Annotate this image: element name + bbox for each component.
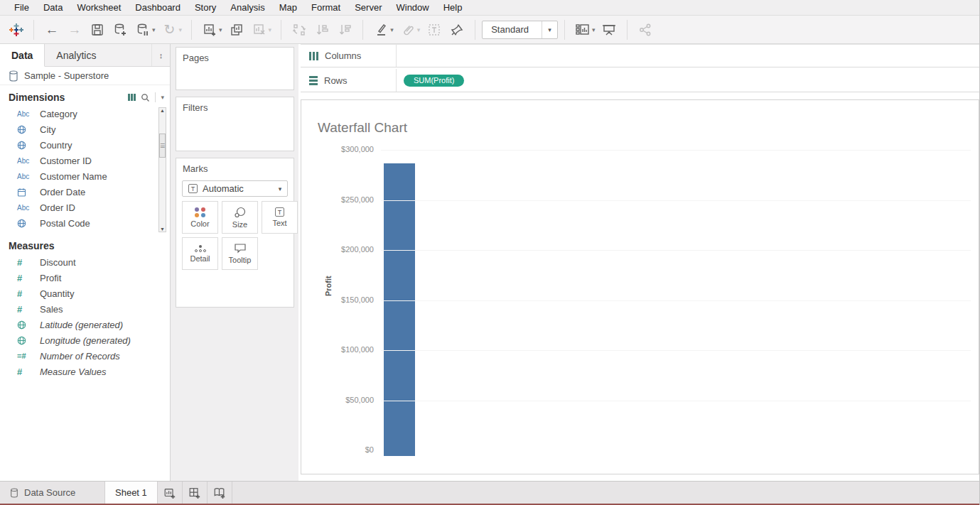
chevron-down-icon[interactable]: ▾: [592, 26, 596, 33]
bar-sum-profit[interactable]: [384, 163, 415, 456]
menu-item-story[interactable]: Story: [188, 2, 223, 13]
toolbar: ← → ▾ ↻ ▾ ▾: [0, 16, 979, 44]
pane-updown-icon[interactable]: ↕: [151, 44, 170, 66]
group-members-button[interactable]: ▾: [397, 20, 424, 40]
scroll-up-icon[interactable]: ▲: [160, 108, 165, 113]
swap-rows-columns-button[interactable]: [288, 20, 311, 40]
menu-item-server[interactable]: Server: [348, 2, 389, 13]
field-longitude[interactable]: Longitude (generated): [0, 332, 170, 348]
equals-hash-icon: =#: [17, 352, 40, 360]
share-icon: [637, 21, 654, 38]
abc-icon: Abc: [17, 157, 40, 165]
sheet-tab-sheet1[interactable]: Sheet 1: [105, 482, 158, 504]
field-customer-name[interactable]: AbcCustomer Name: [0, 168, 170, 184]
new-worksheet-button[interactable]: ▾: [198, 20, 225, 40]
y-tick-label: $250,000: [341, 195, 374, 204]
field-latitude[interactable]: Latitude (generated): [0, 317, 170, 332]
menu-item-worksheet[interactable]: Worksheet: [70, 2, 128, 13]
tooltip-button[interactable]: Tooltip: [222, 237, 258, 270]
text-button[interactable]: T Text: [262, 201, 298, 234]
filters-card[interactable]: Filters: [176, 97, 294, 151]
color-button[interactable]: Color: [182, 201, 218, 234]
field-sales[interactable]: #Sales: [0, 301, 170, 317]
pill-sum-profit[interactable]: SUM(Profit): [404, 75, 464, 87]
pause-auto-updates-button[interactable]: ▾: [131, 20, 158, 40]
field-number-of-records[interactable]: =#Number of Records: [0, 348, 170, 364]
gridline: [381, 350, 971, 351]
refresh-button[interactable]: ↻ ▾: [158, 20, 185, 40]
menu-item-file[interactable]: File: [7, 2, 36, 13]
field-order-date[interactable]: Order Date: [0, 184, 170, 200]
new-story-tab-button[interactable]: [208, 482, 232, 504]
field-measure-values[interactable]: #Measure Values: [0, 364, 170, 379]
size-button[interactable]: Size: [222, 201, 258, 234]
field-city[interactable]: City: [0, 121, 170, 137]
redo-icon: →: [66, 21, 83, 38]
fix-axes-button[interactable]: [446, 20, 468, 40]
search-icon[interactable]: [141, 93, 150, 102]
scrollbar-thumb[interactable]: ☰: [159, 134, 166, 158]
mark-type-dropdown[interactable]: T Automatic ▾: [182, 180, 288, 197]
chevron-down-icon[interactable]: ▾: [152, 26, 156, 33]
undo-button[interactable]: ←: [41, 20, 63, 40]
menu-item-analysis[interactable]: Analysis: [223, 2, 271, 13]
new-dashboard-tab-button[interactable]: [183, 482, 208, 504]
new-worksheet-tab-button[interactable]: [158, 482, 183, 504]
y-axis-label[interactable]: Profit: [324, 276, 333, 296]
chevron-down-icon[interactable]: ▾: [273, 185, 287, 192]
menu-item-dashboard[interactable]: Dashboard: [128, 2, 188, 13]
tableau-window: File Data Worksheet Dashboard Story Anal…: [0, 0, 980, 505]
dimensions-scrollbar[interactable]: ▲ ☰ ▼: [158, 107, 166, 232]
menu-item-window[interactable]: Window: [389, 2, 436, 13]
field-category[interactable]: AbcCategory: [0, 106, 170, 121]
field-label: Quantity: [40, 288, 74, 299]
add-datasource-button[interactable]: [109, 20, 131, 40]
field-country[interactable]: Country: [0, 137, 170, 153]
chevron-down-icon[interactable]: ▾: [269, 26, 272, 33]
sort-ascending-button[interactable]: [311, 20, 333, 40]
sort-descending-button[interactable]: [333, 20, 356, 40]
field-quantity[interactable]: #Quantity: [0, 286, 170, 301]
pages-card[interactable]: Pages: [176, 47, 294, 90]
tab-analytics[interactable]: Analytics: [45, 44, 151, 66]
datasource-name: Sample - Superstore: [24, 70, 109, 81]
field-profit[interactable]: #Profit: [0, 270, 170, 286]
field-discount[interactable]: #Discount: [0, 254, 170, 270]
chevron-down-icon[interactable]: ▾: [417, 26, 421, 33]
show-cards-button[interactable]: ▾: [571, 20, 598, 40]
data-source-tab[interactable]: Data Source: [0, 482, 105, 504]
save-button[interactable]: [86, 20, 109, 40]
rows-icon: [309, 76, 318, 85]
menu-item-data[interactable]: Data: [36, 2, 70, 13]
data-pane: Data Analytics ↕ Sample - Superstore Dim…: [0, 44, 171, 481]
chevron-down-icon[interactable]: ▾: [219, 26, 222, 33]
scroll-down-icon[interactable]: ▼: [160, 227, 165, 232]
fit-selector[interactable]: Standard ▾: [482, 21, 558, 39]
dimensions-menu-icon[interactable]: ▾: [161, 94, 164, 101]
rows-shelf[interactable]: Rows SUM(Profit): [301, 69, 979, 92]
field-customer-id[interactable]: AbcCustomer ID: [0, 153, 170, 168]
chevron-down-icon[interactable]: ▾: [390, 26, 394, 33]
columns-shelf[interactable]: Columns: [301, 44, 979, 67]
duplicate-sheet-button[interactable]: [225, 20, 248, 40]
view-as-columns-icon[interactable]: [128, 94, 136, 101]
share-button[interactable]: [634, 20, 657, 40]
datasource-item[interactable]: Sample - Superstore: [0, 67, 170, 85]
presentation-mode-button[interactable]: [598, 20, 620, 40]
tab-data[interactable]: Data: [0, 44, 45, 67]
clear-sheet-button[interactable]: ▾: [248, 20, 275, 40]
menu-item-format[interactable]: Format: [304, 2, 348, 13]
show-mark-labels-button[interactable]: [423, 20, 446, 40]
field-label: Discount: [40, 257, 76, 268]
field-order-id[interactable]: AbcOrder ID: [0, 200, 170, 215]
new-worksheet-icon: [163, 487, 176, 499]
field-postal-code[interactable]: Postal Code: [0, 215, 170, 231]
detail-button[interactable]: Detail: [182, 237, 218, 270]
new-worksheet-icon: [201, 21, 218, 38]
menu-item-map[interactable]: Map: [272, 2, 304, 13]
highlight-button[interactable]: ▾: [370, 20, 397, 40]
redo-button[interactable]: →: [63, 20, 86, 40]
menu-item-help[interactable]: Help: [436, 2, 470, 13]
chevron-down-icon[interactable]: ▾: [542, 21, 557, 38]
chevron-down-icon[interactable]: ▾: [179, 26, 183, 33]
